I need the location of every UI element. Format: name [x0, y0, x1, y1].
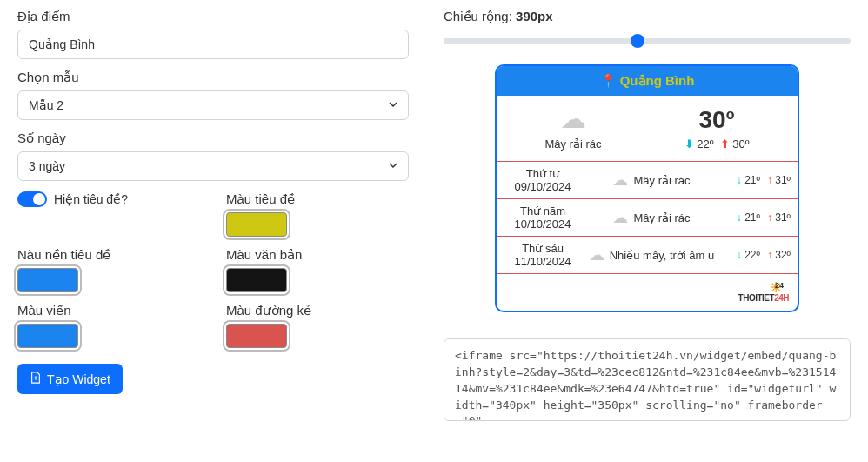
location-label: Địa điểm: [17, 9, 409, 24]
width-slider[interactable]: [444, 31, 851, 49]
forecast-list: Thứ tư09/10/2024 ☁Mây rải rác ↓ 21º↑ 31º…: [497, 162, 798, 274]
days-select[interactable]: 3 ngày: [17, 151, 409, 181]
border-color-swatch[interactable]: [17, 324, 78, 348]
cloud-icon: ☁: [545, 106, 602, 132]
template-select[interactable]: Mẫu 2: [17, 90, 409, 120]
widget-header: 📍Quảng Bình: [497, 66, 798, 96]
rule-color-label: Màu đường kẻ: [226, 303, 409, 318]
current-desc: Mây rải rác: [545, 137, 602, 151]
widget-preview: 📍Quảng Bình ☁ Mây rải rác 30o ⬇ 22º ⬆ 30…: [495, 64, 799, 312]
brand-logo: ☀ 24 THOITIET24H: [738, 281, 789, 303]
widget-footer: ☀ 24 THOITIET24H: [497, 274, 798, 311]
template-label: Chọn mẫu: [17, 70, 409, 85]
forecast-row: Thứ tư09/10/2024 ☁Mây rải rác ↓ 21º↑ 31º: [497, 162, 798, 199]
pin-icon: 📍: [600, 73, 617, 88]
width-label: Chiều rộng: 390px: [444, 9, 851, 24]
forecast-row: Thứ sáu11/10/2024 ☁Nhiều mây, trời âm u …: [497, 237, 798, 274]
days-label: Số ngày: [17, 131, 409, 146]
border-color-label: Màu viền: [17, 303, 200, 318]
slider-thumb[interactable]: [631, 34, 644, 48]
cloud-icon: ☁: [612, 171, 628, 190]
text-color-label: Màu văn bản: [226, 247, 409, 263]
header-bg-label: Nàu nền tiêu đề: [17, 247, 200, 263]
location-input[interactable]: [17, 30, 409, 59]
arrow-up-icon: ⬆: [720, 137, 730, 151]
settings-panel: Địa điểm Chọn mẫu Mẫu 2 Số ngày 3 ngày H…: [17, 9, 409, 421]
embed-code-box[interactable]: <iframe src="https://thoitiet24h.vn/widg…: [444, 338, 851, 421]
forecast-row: Thứ năm10/10/2024 ☁Mây rải rác ↓ 21º↑ 31…: [497, 199, 798, 237]
cloud-icon: ☁: [612, 208, 628, 227]
create-widget-button[interactable]: Tạo Widget: [17, 364, 123, 394]
current-weather: ☁ Mây rải rác 30o ⬇ 22º ⬆ 30º: [497, 96, 798, 162]
text-color-swatch[interactable]: [226, 268, 287, 292]
cloud-icon: ☁: [589, 245, 604, 264]
arrow-down-icon: ⬇: [684, 137, 694, 151]
current-temp: 30o: [684, 106, 750, 134]
header-color-label: Màu tiêu đề: [226, 191, 409, 207]
preview-panel: Chiều rộng: 390px 📍Quảng Bình ☁ Mây rải …: [444, 9, 851, 421]
header-color-swatch[interactable]: [226, 212, 287, 237]
current-range: ⬇ 22º ⬆ 30º: [684, 137, 750, 151]
rule-color-swatch[interactable]: [226, 324, 287, 348]
header-bg-swatch[interactable]: [17, 268, 78, 292]
show-header-toggle[interactable]: [17, 191, 47, 207]
file-plus-icon: [30, 372, 42, 386]
show-header-label: Hiện tiêu đề?: [54, 192, 128, 206]
